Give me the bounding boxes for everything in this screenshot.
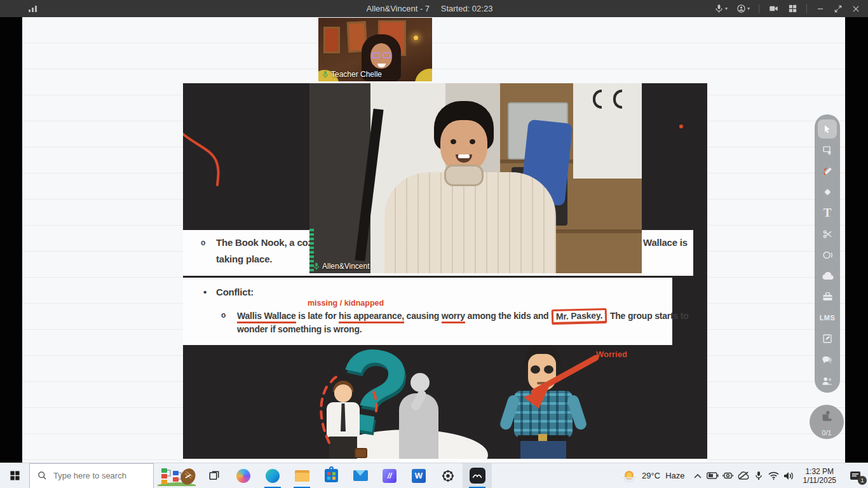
mic-on-icon — [313, 262, 320, 270]
turtleneck-decor — [444, 165, 484, 186]
stage-button[interactable]: 0/1 — [810, 405, 844, 439]
classin-app-icon[interactable] — [463, 463, 492, 488]
search-input[interactable] — [53, 471, 149, 480]
taskbar-clock[interactable]: 1:32 PM 1/11/2025 — [797, 467, 843, 485]
word-glyph: W — [415, 471, 423, 480]
thinking-figure-graphic — [393, 368, 447, 463]
speaker-icon — [783, 471, 794, 480]
teacher-video-tile[interactable]: Teacher Chelle — [318, 18, 432, 81]
video-camera-icon — [768, 4, 779, 13]
mail-app-icon[interactable] — [346, 463, 375, 488]
maximize-button[interactable] — [834, 4, 843, 13]
microphone-in-use-indicator[interactable] — [751, 463, 766, 488]
taskbar-search[interactable] — [29, 463, 154, 488]
battery-icon — [707, 472, 719, 479]
wifi-status[interactable] — [766, 463, 782, 488]
task-view-button[interactable] — [200, 463, 229, 488]
eye-decor — [470, 139, 475, 144]
text-tool-glyph: T — [824, 206, 832, 220]
mic-settings-button[interactable]: ▾ — [714, 4, 728, 13]
marquee-select-tool[interactable] — [818, 140, 837, 159]
windows-taskbar: // W 29°C Haze — [0, 463, 868, 488]
camera-settings-button[interactable]: ▾ — [736, 4, 750, 13]
file-explorer-app-icon[interactable] — [287, 463, 316, 488]
eraser-tool[interactable] — [818, 182, 837, 201]
chat-bubbles-icon — [822, 355, 833, 365]
members-tool[interactable] — [818, 371, 837, 390]
cursor-tool[interactable] — [818, 119, 837, 139]
lms-tool[interactable]: LMS — [818, 308, 837, 327]
text-tool[interactable]: T — [818, 203, 837, 222]
tray-overflow-button[interactable] — [690, 463, 705, 488]
bullet: • — [203, 287, 207, 297]
clock-time: 1:32 PM — [803, 467, 837, 476]
onedrive-status[interactable] — [736, 463, 751, 488]
video-toggle-button[interactable] — [768, 4, 779, 13]
minimize-button[interactable] — [816, 4, 825, 13]
word-app-icon[interactable]: W — [404, 463, 433, 488]
mic-on-icon — [322, 71, 329, 78]
list-marker: o — [201, 238, 205, 247]
screenshot-tool[interactable] — [818, 224, 837, 243]
chevron-up-icon — [694, 473, 702, 478]
student-video-tile[interactable]: Allen&Vincent — [309, 83, 642, 273]
mail-icon — [353, 470, 368, 481]
sports-bracket-football-icon — [158, 466, 196, 486]
battery-status[interactable] — [705, 463, 721, 488]
copilot-icon — [236, 469, 250, 483]
cloud-drive-tool[interactable] — [818, 266, 837, 285]
word-icon: W — [412, 469, 426, 483]
windows-logo-icon — [10, 470, 20, 481]
edit-note-icon — [822, 334, 832, 344]
volume-status[interactable] — [782, 463, 797, 488]
shapes-icon — [822, 250, 833, 261]
close-icon — [851, 4, 860, 13]
action-center-button[interactable]: 1 — [843, 463, 868, 488]
setting-line2: taking place. — [216, 254, 272, 264]
cloud-icon — [822, 271, 834, 281]
start-button[interactable] — [0, 463, 29, 488]
close-button[interactable] — [851, 4, 860, 13]
chat-tool[interactable] — [818, 350, 837, 369]
notification-badge: 1 — [858, 476, 867, 485]
ama-glyph: // — [388, 471, 392, 480]
cursor-icon — [822, 124, 832, 134]
sentence-part: The group starts to — [607, 311, 688, 321]
onedrive-paused-icon — [738, 471, 749, 480]
window-titlebar: Allen&Vincent - 7 Started: 02:23 ▾ ▾ — [0, 0, 868, 17]
session-title: Allen&Vincent - 7 — [367, 4, 430, 13]
search-highlight-button[interactable] — [154, 463, 200, 488]
pen-tool[interactable] — [818, 161, 837, 180]
shapes-tool[interactable] — [818, 245, 837, 264]
store-app-icon[interactable] — [316, 463, 346, 488]
ink-curve — [183, 134, 219, 185]
conflict-heading: Conflict: — [216, 287, 254, 298]
worried-man-graphic — [499, 344, 589, 463]
search-icon — [37, 471, 47, 480]
businessman-graphic — [318, 379, 370, 463]
ink-note-missing-kidnapped: missing / kidnapped — [308, 299, 384, 308]
edge-icon — [266, 469, 280, 483]
right-rail — [845, 17, 868, 463]
classin-icon — [470, 468, 485, 484]
notes-tool[interactable] — [818, 329, 837, 348]
steelseries-app-icon[interactable] — [433, 463, 463, 488]
conflict-heading-colon: : — [250, 287, 254, 297]
wifi-icon — [768, 471, 779, 480]
gear-icon — [441, 469, 455, 483]
copilot-app-icon[interactable] — [229, 463, 258, 488]
poster-decor — [323, 27, 340, 53]
pen-icon — [822, 166, 833, 177]
layout-grid-button[interactable] — [788, 4, 797, 13]
boxed-mr-paskey: Mr. Paskey. — [552, 308, 607, 325]
eraser-icon — [822, 187, 832, 197]
weather-widget[interactable]: 29°C Haze — [616, 469, 689, 483]
ama-app-icon[interactable]: // — [375, 463, 404, 488]
camera-in-use-indicator[interactable] — [721, 463, 736, 488]
toolbox-tool[interactable] — [818, 287, 837, 306]
edge-app-icon[interactable] — [258, 463, 287, 488]
underlined-wallis-wallace: Wallis Wallace — [237, 311, 296, 323]
teeth-decor — [458, 154, 470, 158]
divider — [806, 4, 807, 13]
setting-line1-right: Wallace is — [643, 237, 688, 248]
